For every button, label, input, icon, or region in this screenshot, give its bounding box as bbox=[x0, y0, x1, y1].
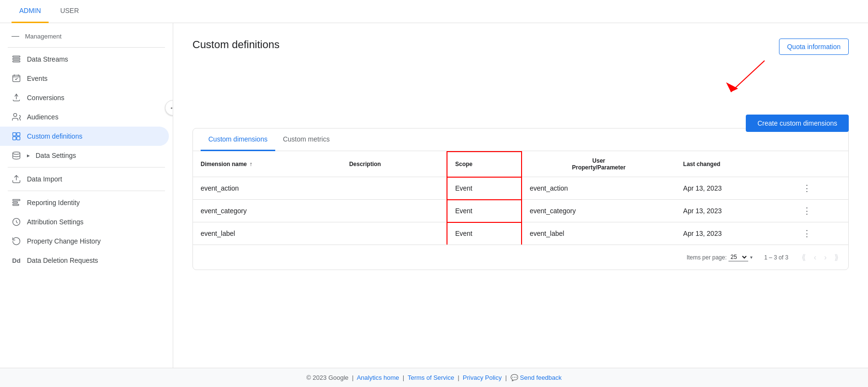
cell-dimension-name-3: event_label bbox=[193, 222, 342, 245]
conversions-label: Conversions bbox=[27, 94, 64, 102]
cell-user-property-2: event_category bbox=[522, 200, 676, 222]
cell-actions-1: ⋮ bbox=[795, 177, 848, 200]
custom-dimensions-table: Dimension name ↑ Description Scope User … bbox=[193, 151, 848, 245]
svg-point-8 bbox=[13, 152, 20, 155]
tab-custom-metrics[interactable]: Custom metrics bbox=[275, 129, 337, 151]
create-custom-dimensions-button[interactable]: Create custom dimensions bbox=[746, 115, 849, 132]
data-settings-icon bbox=[12, 151, 21, 160]
nav-user[interactable]: USER bbox=[52, 0, 87, 23]
custom-definitions-icon bbox=[12, 131, 21, 141]
more-options-icon-2[interactable]: ⋮ bbox=[803, 206, 811, 216]
sidebar-item-data-deletion-requests[interactable]: Dd Data Deletion Requests bbox=[0, 251, 173, 270]
items-per-page: Items per page: 25 50 100 ▾ bbox=[687, 253, 753, 261]
items-per-page-label: Items per page: bbox=[687, 254, 727, 261]
tab-custom-dimensions[interactable]: Custom dimensions bbox=[201, 129, 275, 151]
th-dimension-name: Dimension name ↑ bbox=[193, 152, 342, 177]
th-scope: Scope bbox=[447, 152, 522, 177]
next-page-button[interactable]: › bbox=[822, 251, 829, 264]
audiences-icon bbox=[12, 112, 21, 122]
pagination: Items per page: 25 50 100 ▾ 1 – 3 of 3 ⟪… bbox=[193, 245, 848, 270]
svg-rect-0 bbox=[13, 56, 20, 57]
items-per-page-select[interactable]: 25 50 100 bbox=[728, 253, 748, 261]
annotation-arrow bbox=[716, 56, 793, 104]
sidebar-item-data-import[interactable]: Data Import bbox=[0, 169, 173, 189]
cell-scope-3: Event bbox=[447, 222, 522, 245]
table-container: Dimension name ↑ Description Scope User … bbox=[193, 151, 848, 245]
cell-actions-2: ⋮ bbox=[795, 200, 848, 222]
sidebar-item-property-change-history[interactable]: Property Change History bbox=[0, 232, 173, 251]
property-change-history-label: Property Change History bbox=[27, 237, 101, 245]
prev-page-button[interactable]: ‹ bbox=[812, 251, 818, 264]
footer-copyright: © 2023 Google bbox=[306, 374, 349, 381]
nav-admin[interactable]: ADMIN bbox=[12, 0, 49, 23]
svg-rect-7 bbox=[17, 137, 20, 140]
table-header-row: Dimension name ↑ Description Scope User … bbox=[193, 152, 848, 177]
svg-rect-6 bbox=[13, 137, 16, 140]
footer: © 2023 Google | Analytics home | Terms o… bbox=[0, 368, 868, 387]
data-settings-label: Data Settings bbox=[36, 152, 76, 159]
footer-feedback-link[interactable]: Send feedback bbox=[520, 374, 562, 381]
cell-last-changed-1: Apr 13, 2023 bbox=[676, 177, 795, 200]
app-container: ADMIN USER ← — Management Data Streams bbox=[0, 0, 868, 387]
footer-privacy-link[interactable]: Privacy Policy bbox=[463, 374, 502, 381]
conversions-icon bbox=[12, 93, 21, 103]
table-row: event_category Event event_category Apr … bbox=[193, 200, 848, 222]
cell-scope-1: Event bbox=[447, 177, 522, 200]
top-nav: ADMIN USER bbox=[0, 0, 868, 23]
data-import-icon bbox=[12, 174, 21, 184]
sidebar-section-management: — Management bbox=[0, 27, 173, 45]
th-description: Description bbox=[342, 152, 447, 177]
sidebar-item-audiences[interactable]: Audiences bbox=[0, 107, 173, 127]
page-info: 1 – 3 of 3 bbox=[764, 254, 788, 261]
sidebar-item-data-streams[interactable]: Data Streams bbox=[0, 50, 173, 69]
svg-rect-10 bbox=[13, 202, 18, 203]
cell-user-property-1: event_action bbox=[522, 177, 676, 200]
sidebar-item-data-settings[interactable]: ▸ Data Settings bbox=[0, 146, 173, 165]
data-deletion-label: Data Deletion Requests bbox=[27, 257, 98, 264]
more-options-icon-1[interactable]: ⋮ bbox=[803, 183, 811, 193]
page-title: Custom definitions bbox=[192, 39, 849, 51]
sidebar-item-custom-definitions[interactable]: Custom definitions bbox=[0, 127, 169, 146]
svg-marker-13 bbox=[726, 82, 738, 92]
cell-description-1 bbox=[342, 177, 447, 200]
more-options-icon-3[interactable]: ⋮ bbox=[803, 229, 811, 238]
sidebar-item-conversions[interactable]: Conversions bbox=[0, 88, 173, 107]
cell-dimension-name-2: event_category bbox=[193, 200, 342, 222]
last-page-button[interactable]: ⟫ bbox=[832, 251, 841, 264]
management-label: Management bbox=[25, 33, 62, 40]
footer-terms-link[interactable]: Terms of Service bbox=[408, 374, 454, 381]
main-content: Custom definitions Quota information Cre… bbox=[173, 23, 868, 368]
sidebar-divider-1 bbox=[8, 47, 165, 48]
expand-arrow-icon: ▸ bbox=[27, 152, 30, 159]
cell-scope-2: Event bbox=[447, 200, 522, 222]
audiences-label: Audiences bbox=[27, 113, 58, 121]
custom-definitions-card: Custom dimensions Custom metrics Dimensi… bbox=[192, 128, 849, 270]
cell-last-changed-2: Apr 13, 2023 bbox=[676, 200, 795, 222]
svg-line-12 bbox=[731, 61, 765, 92]
svg-rect-1 bbox=[13, 58, 20, 60]
sort-icon: ↑ bbox=[249, 161, 252, 168]
sidebar: ← — Management Data Streams Events bbox=[0, 23, 173, 368]
data-import-label: Data Import bbox=[27, 175, 62, 183]
svg-rect-11 bbox=[13, 204, 19, 206]
th-last-changed: Last changed bbox=[676, 152, 795, 177]
quota-information-button[interactable]: Quota information bbox=[779, 39, 849, 55]
data-deletion-icon: Dd bbox=[12, 256, 21, 265]
attribution-settings-label: Attribution Settings bbox=[27, 218, 84, 226]
first-page-button[interactable]: ⟪ bbox=[800, 251, 808, 264]
dropdown-chevron-icon: ▾ bbox=[750, 255, 753, 260]
sidebar-item-attribution-settings[interactable]: Attribution Settings bbox=[0, 212, 173, 232]
th-actions bbox=[795, 152, 848, 177]
sidebar-item-reporting-identity[interactable]: Reporting Identity bbox=[0, 193, 173, 212]
collapse-icon: ← bbox=[169, 104, 173, 112]
table-row: event_action Event event_action Apr 13, … bbox=[193, 177, 848, 200]
data-streams-icon bbox=[12, 54, 21, 64]
table-row: event_label Event event_label Apr 13, 20… bbox=[193, 222, 848, 245]
svg-rect-4 bbox=[13, 133, 16, 136]
cell-description-2 bbox=[342, 200, 447, 222]
attribution-settings-icon bbox=[12, 217, 21, 227]
sidebar-item-events[interactable]: Events bbox=[0, 69, 173, 88]
data-streams-label: Data Streams bbox=[27, 55, 68, 63]
sidebar-divider-2 bbox=[8, 167, 165, 168]
footer-analytics-home-link[interactable]: Analytics home bbox=[357, 374, 399, 381]
